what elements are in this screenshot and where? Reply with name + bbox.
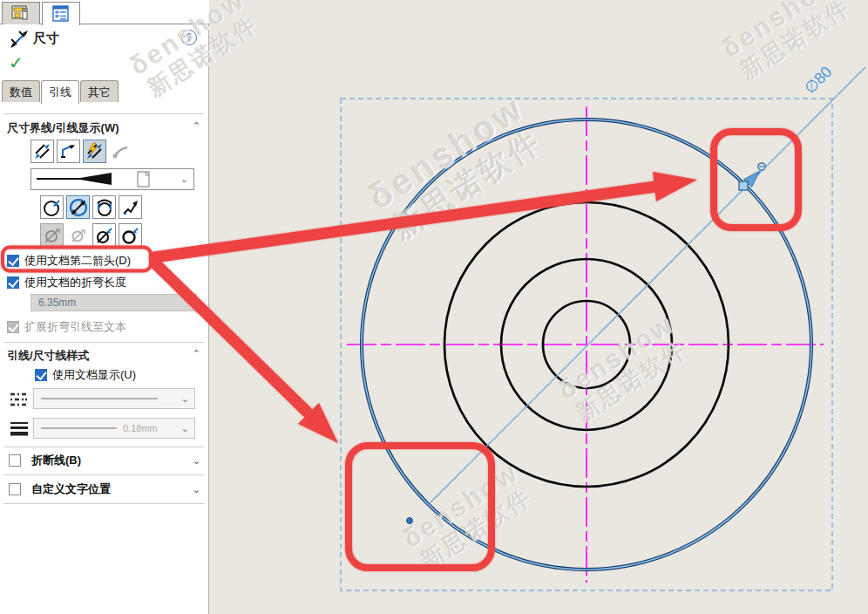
doc-bend-length-label: 使用文档的折弯长度 [24, 275, 126, 290]
diameter-symbol-button-disabled-pressed [40, 223, 64, 247]
circle-jog-icon [95, 198, 114, 217]
section-witness-leader[interactable]: 尺寸界线/引线显示(W) ⌃ [7, 120, 204, 136]
arrow-style-select[interactable]: ⌄ [31, 168, 194, 190]
tab-propertymanager[interactable] [42, 2, 80, 25]
dimension-line[interactable] [430, 67, 865, 503]
bend-length-input[interactable]: 6.35mm [31, 294, 197, 311]
line-style-icon [7, 387, 31, 411]
diameter-leader-through-button[interactable] [66, 195, 90, 219]
leader-arrow-icon [59, 142, 78, 160]
tab-leaders[interactable]: 引线 [41, 80, 79, 104]
arrows-outside-icon [33, 142, 51, 160]
tab-numeric[interactable]: 数值 [2, 80, 40, 102]
dropdown-chevron-icon: ⌄ [181, 423, 189, 434]
diameter-leader-outside-button[interactable] [40, 195, 64, 219]
smart-arrows-button[interactable] [83, 140, 106, 163]
line-style-select: ⌄ [33, 388, 195, 409]
leader-arrow-button[interactable] [57, 140, 80, 163]
panel-subtabs: 数值 引线 其它 [2, 80, 119, 103]
zigzag-arrow-icon [121, 198, 140, 217]
custom-text-position-checkbox[interactable] [9, 483, 21, 495]
custom-text-position-label: 自定义文字位置 [31, 481, 111, 497]
solidworks-dimension-ui: ∅80 δenshow新思诺软件 δenshow新思诺软件 δenshow新思诺… [0, 0, 868, 614]
second-arrow-row: 使用文档第二箭头(D) [7, 253, 131, 269]
drawing-canvas[interactable]: ∅80 [209, 0, 868, 614]
extend-bent-row: 扩展折弯引线至文本 [7, 319, 126, 335]
expand-chevron-icon[interactable]: ⌄ [193, 484, 200, 495]
smart-arrows-icon [85, 142, 104, 160]
doc-bend-length-row: 使用文档的折弯长度 [7, 275, 126, 290]
diameter-arrow-in-icon [95, 226, 114, 245]
dropdown-chevron-icon: ⌄ [181, 393, 189, 405]
use-doc-display-checkbox[interactable] [35, 369, 47, 381]
panel-tabstrip [0, 0, 209, 24]
second-arrow-dot-handle[interactable] [407, 518, 413, 524]
arrow-square-handle[interactable] [739, 181, 748, 190]
diameter-jogged-leader-button[interactable] [92, 195, 116, 219]
drawing-geometry: ∅80 [209, 0, 868, 614]
collapse-chevron-icon[interactable]: ⌃ [193, 120, 200, 132]
break-line-label: 折断线(B) [31, 453, 81, 468]
arrow-style-preview [31, 170, 162, 188]
line-thickness-icon [7, 417, 31, 440]
expand-chevron-icon[interactable]: ⌄ [193, 455, 200, 467]
help-icon[interactable]: ? [181, 30, 197, 45]
extend-bent-checkbox [7, 321, 19, 333]
dimension-icon [9, 29, 30, 50]
doc-bend-length-checkbox[interactable] [7, 276, 19, 289]
second-arrow-checkbox[interactable] [7, 255, 19, 267]
use-doc-display-row: 使用文档显示(U) [35, 367, 136, 383]
second-arrow-label: 使用文档第二箭头(D) [24, 253, 131, 269]
diameter-arrow-icon-disabled [66, 223, 90, 247]
curved-leader-icon-disabled [109, 140, 132, 163]
propertymanager-panel: 尺寸 ? ✓ 数值 引线 其它 尺寸界线/引线显示(W) ⌃ [0, 0, 209, 614]
circle-arrow-out-icon [43, 198, 62, 217]
custom-text-position-row: 自定义文字位置 ⌄ [9, 481, 200, 497]
zigzag-leader-button[interactable] [119, 195, 142, 219]
propertymanager-icon [51, 5, 71, 23]
diameter-arrow-icon [43, 226, 62, 245]
line-thickness-select: 0.18mm ⌄ [33, 418, 195, 439]
panel-header: 尺寸 ? [0, 28, 207, 51]
panel-title: 尺寸 [33, 31, 59, 47]
collapse-chevron-icon[interactable]: ⌃ [193, 348, 200, 359]
extend-bent-label: 扩展折弯引线至文本 [24, 319, 126, 335]
dimension-text[interactable]: ∅80 [801, 63, 835, 97]
break-line-checkbox[interactable] [9, 454, 21, 467]
confirm-check-icon[interactable]: ✓ [9, 52, 24, 73]
section-leader-style[interactable]: 引线/尺寸线样式 ⌃ [7, 348, 204, 364]
circle-arrow-in-button[interactable] [119, 223, 142, 247]
tab-other[interactable]: 其它 [80, 80, 119, 102]
featuremanager-icon [11, 5, 31, 23]
break-line-row: 折断线(B) ⌄ [9, 453, 200, 468]
arrows-outside-button[interactable] [31, 140, 54, 163]
diameter-arrow-in-button[interactable] [92, 223, 116, 247]
circle-arrow-in-icon [121, 226, 140, 245]
circle-double-arrow-icon [69, 198, 88, 217]
tab-flyout-featuremanager[interactable] [2, 2, 40, 24]
dropdown-chevron-icon[interactable]: ⌄ [180, 174, 188, 185]
use-doc-display-label: 使用文档显示(U) [52, 367, 136, 383]
thickness-value: 0.18mm [123, 423, 158, 433]
